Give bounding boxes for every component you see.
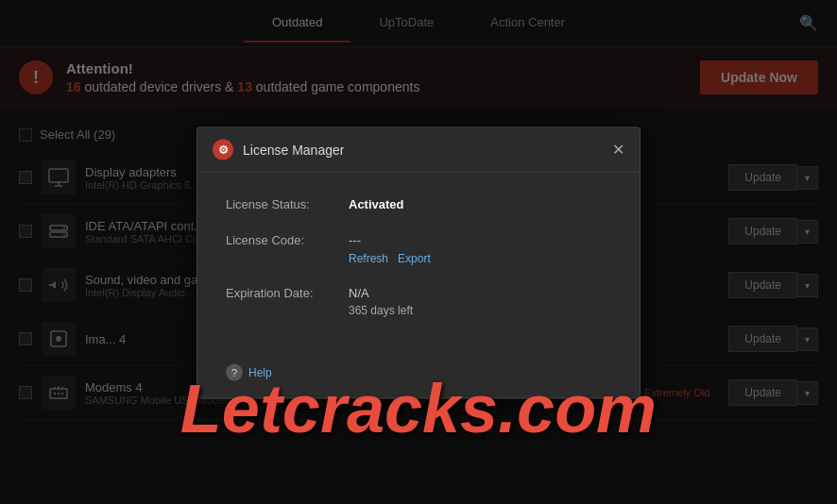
dialog-title-icon: ⚙ [213,140,233,160]
dialog-header-left: ⚙ License Manager [213,140,344,160]
dialog-title: License Manager [243,143,344,158]
export-link[interactable]: Export [398,252,431,265]
license-code-block: --- Refresh Export [349,231,431,265]
expiration-row: Expiration Date: N/A 365 days left [226,284,611,317]
dialog-body: License Status: Activated License Code: … [197,173,640,364]
dialog-links: Refresh Export [349,252,431,265]
license-status-value-block: Activated [349,195,404,212]
license-status-label: License Status: [226,195,349,211]
license-code-row: License Code: --- Refresh Export [226,231,611,265]
dialog-header: ⚙ License Manager ✕ [197,128,640,173]
license-manager-dialog: ⚙ License Manager ✕ License Status: Acti… [196,127,641,399]
refresh-link[interactable]: Refresh [349,252,388,265]
days-left: 365 days left [349,304,413,317]
expiration-label: Expiration Date: [226,284,349,300]
dialog-footer: ? Help [197,364,640,398]
expiration-value-block: N/A 365 days left [349,284,413,317]
close-icon[interactable]: ✕ [612,143,624,158]
license-status-value: Activated [349,197,404,211]
license-status-row: License Status: Activated [226,195,611,212]
help-icon: ? [226,364,243,381]
license-code-label: License Code: [226,231,349,247]
expiration-value: N/A [349,286,369,300]
help-link[interactable]: Help [248,366,272,379]
license-code-value: --- [349,233,361,247]
